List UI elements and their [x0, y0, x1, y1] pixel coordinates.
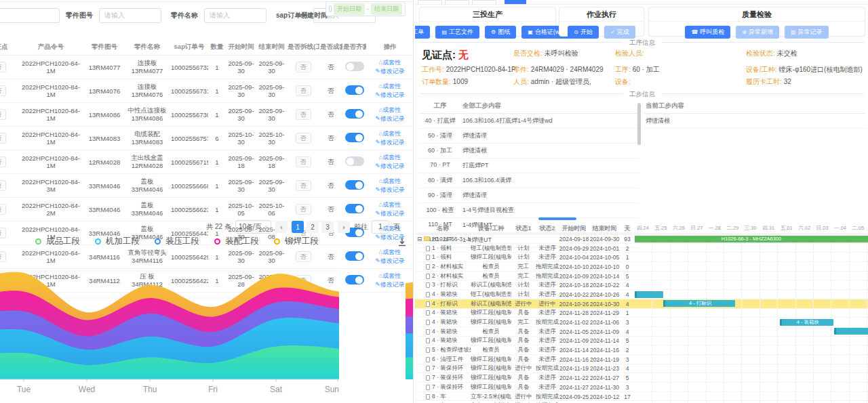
suitability-link[interactable]: ⌂成套性: [379, 130, 401, 137]
modify-record-link[interactable]: ✎修改记录: [375, 210, 405, 217]
witness-tag[interactable]: 否: [0, 180, 6, 191]
split-tag[interactable]: 否: [296, 204, 311, 215]
modify-record-link[interactable]: ✎修改记录: [375, 186, 405, 193]
collapse-icon[interactable]: ⊟: [417, 236, 422, 242]
gantt-bar[interactable]: [635, 291, 663, 298]
gantt-bar[interactable]: H1026-66-3 - MHZ2A6300: [635, 236, 868, 242]
end-date-button[interactable]: 结束日期: [371, 3, 402, 15]
start-date-button[interactable]: 开始日期: [334, 3, 365, 15]
gantt-timeline-area: [635, 337, 868, 346]
split-tag[interactable]: 否: [296, 156, 311, 167]
ready-toggle[interactable]: [345, 204, 364, 213]
witness-tag[interactable]: 否: [0, 109, 6, 120]
ready-toggle[interactable]: [345, 156, 364, 166]
witness-tag[interactable]: 否: [0, 133, 6, 144]
gantt-root-row[interactable]: ⊟H1026-66-3 · MHZ2A63002024-09-182024-09…: [415, 234, 868, 244]
suitability-link[interactable]: ⌂成套性: [379, 201, 401, 208]
split-tag[interactable]: 否: [296, 133, 311, 144]
witness-tag[interactable]: 否: [0, 204, 6, 215]
gantt-equip-cell: 检查员: [471, 263, 511, 271]
ready-toggle[interactable]: [345, 133, 364, 142]
gantt-bar[interactable]: 4 - 打标识: [663, 300, 734, 307]
step-row[interactable]: 90 · 清理焊缝清理: [419, 188, 639, 203]
step-row[interactable]: 40 · 打底焊106.3和106.4打底焊1-4号焊缝wd: [419, 114, 639, 129]
split-tag[interactable]: 否: [296, 180, 311, 191]
modify-record-link[interactable]: ✎修改记录: [375, 139, 405, 146]
gantt-task-row[interactable]: 3 · 打标识标识工(核电制造部)计划未进序2024-10-182024-10-…: [415, 280, 868, 290]
next-page-button[interactable]: ›: [338, 221, 350, 233]
ready-toggle[interactable]: [345, 109, 364, 119]
page-button-1[interactable]: 1: [292, 221, 304, 233]
witness-tag[interactable]: 否: [0, 85, 6, 96]
gantt-end-cell: 2024-10-12: [589, 394, 620, 400]
suitability-link[interactable]: ⌂成套性: [379, 83, 401, 89]
suitability-link[interactable]: ⌂成套性: [379, 177, 401, 184]
ready-toggle[interactable]: [345, 85, 364, 95]
file-icon: [426, 320, 430, 325]
step-row[interactable]: 80 · 满焊106.3和106.4满焊: [419, 173, 639, 188]
steps-vertical-scrollbar[interactable]: [637, 103, 641, 145]
page-button-2[interactable]: 2: [307, 221, 319, 233]
legend-item-4[interactable]: 铆焊工段: [274, 236, 319, 247]
gantt-task-row[interactable]: 4 · 装箱块铆焊工段(核电制造部)具备未进序2024-11-092024-11…: [415, 337, 868, 346]
gantt-task-row[interactable]: 1 · 领料钳工(核电制造部)计划未进序2024-09-292024-10-01…: [415, 244, 868, 253]
gantt-task-row[interactable]: 1 · 领料铆焊工段(核电制造部)计划未进序2024-10-042024-10-…: [415, 253, 868, 262]
gantt-task-row[interactable]: 6 · 清理工件铆焊工段(核电制造部)具备未进序2024-11-162024-1…: [415, 355, 868, 364]
modify-record-link[interactable]: ✎修改记录: [375, 163, 405, 169]
modify-record-link[interactable]: ✎修改记录: [375, 115, 405, 122]
product-cell: 2022HPCH1020-84-1M: [17, 127, 85, 150]
gantt-task-row[interactable]: 4 · 装箱块检查员具备未进序2024-11-052024-11-094: [415, 327, 868, 337]
step-row[interactable]: 60 · 加工焊缝清根: [419, 144, 639, 158]
suitability-icon: ⌂: [379, 154, 382, 161]
gantt-bar[interactable]: [834, 328, 868, 335]
legend-item-0[interactable]: 成品工段: [35, 236, 80, 247]
gantt-start-cell: 2024-10-26: [559, 301, 589, 307]
gantt-task-row[interactable]: 8 · 车立车-2.5米(核电制造部)进行中按期完成2024-09-252024…: [415, 392, 868, 402]
steps-horizontal-scrollbar[interactable]: [538, 217, 576, 220]
legend-item-2[interactable]: 装压工段: [155, 236, 199, 247]
gantt-task-row[interactable]: 4 · 装箱块铆焊工段(核电制造部)具备未进序2024-11-282024-11…: [415, 309, 868, 318]
gantt-task-row[interactable]: 4 · 装箱块钳工(核电制造部)计划未进序2024-10-222024-10-2…: [415, 290, 868, 299]
gantt-task-row[interactable]: 2 · 材料核实检查员完工拖期完成2024-10-092024-10-145: [415, 272, 868, 281]
suitability-link[interactable]: ⌂成套性: [379, 249, 401, 255]
witness-tag[interactable]: 否: [0, 156, 6, 167]
step-row[interactable]: 50 · 清理焊缝清理: [419, 129, 639, 144]
suitability-link[interactable]: ⌂成套性: [379, 59, 401, 66]
ready-toggle[interactable]: [345, 180, 364, 190]
modify-record-link[interactable]: ✎修改记录: [375, 91, 405, 98]
create-time-range[interactable]: 开始日期 - 结束日期: [326, 1, 406, 16]
suitability-link[interactable]: ⌂成套性: [379, 106, 401, 113]
qty-cell: 6: [208, 127, 226, 150]
legend-item-3[interactable]: 装配工段: [214, 236, 259, 247]
prev-page-button[interactable]: ‹: [275, 221, 288, 233]
gantt-task-row[interactable]: 7 · 装保持环铆焊工段(核电制造部)进行中按期完成2024-11-192024…: [415, 364, 868, 374]
split-tag[interactable]: 否: [296, 62, 311, 72]
gantt-task-row[interactable]: 4 · 装箱块铆焊工段(核电制造部)完工按期完成2024-11-022024-1…: [415, 318, 868, 327]
gantt-days-cell: 17: [620, 394, 635, 400]
product-cell: 2022HPCH1020-84-2M: [17, 198, 85, 221]
witness-tag[interactable]: 否: [0, 62, 6, 72]
gantt-task-row[interactable]: 5 · 检查焊缝坡外径检查员具备未进序2024-11-142024-11-162: [415, 345, 868, 355]
goto-page-input[interactable]: 1: [372, 220, 389, 234]
date-checkbox-icon[interactable]: [329, 5, 332, 12]
gantt-task-row[interactable]: 4 · 打标识标识工(核电制造部)进行中进行中2024-10-262024-10…: [415, 299, 868, 309]
split-tag[interactable]: 否: [296, 85, 311, 96]
gantt-task-row[interactable]: 7 · 装保持环铆焊工段(核电制造部)具备未进序2024-11-272024-1…: [415, 383, 868, 392]
file-icon: [426, 301, 430, 307]
page-size-select[interactable]: 10条/页 ∨: [235, 220, 271, 234]
ready-toggle[interactable]: [345, 62, 364, 71]
gantt-bar[interactable]: 4 - 装箱块: [780, 319, 833, 326]
modify-record-link[interactable]: ✎修改记录: [375, 68, 405, 75]
page-button-3[interactable]: 3: [321, 221, 334, 233]
step-row[interactable]: 70 · PT打底焊PT: [419, 158, 639, 173]
legend-item-1[interactable]: 机加工段: [95, 236, 140, 247]
gantt-end-cell: 2024-10-10: [589, 263, 620, 270]
gantt-task-row[interactable]: 2 · 材料核实检查员完工拖期完成2024-10-102024-10-100: [415, 262, 868, 272]
split-tag[interactable]: 否: [296, 109, 311, 120]
download-icon[interactable]: [397, 237, 408, 248]
suitability-link[interactable]: ⌂成套性: [379, 154, 401, 161]
gantt-timeline-header: 四.24五.25六.26日.27一.28二.29三.30四.31五.01六.02…: [635, 222, 868, 234]
step-row[interactable]: 100 · 检查1-4号焊缝目视检查: [419, 203, 639, 218]
start-cell: 2025-09-18: [226, 150, 256, 174]
gantt-task-row[interactable]: 7 · 装保持环铆焊工段(核电制造部)具备未进序2024-11-222024-1…: [415, 373, 868, 383]
